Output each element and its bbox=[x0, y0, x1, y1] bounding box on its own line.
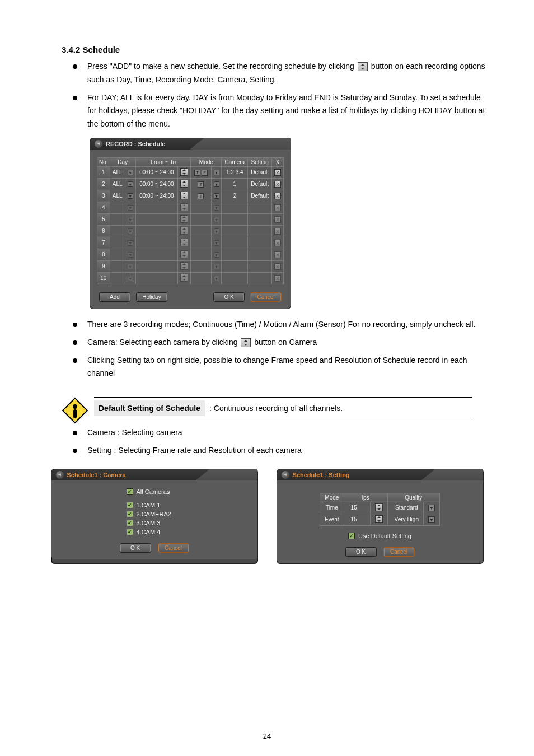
camera-panel: ◄ Schedule1 : Camera ✔ All Cameras ✔1.CA… bbox=[51, 469, 258, 564]
svg-rect-2 bbox=[73, 409, 77, 418]
table-row: 1 ALL ▼ 00:00 ~ 24:00 TE ▼ 1.2.3.4 Defau… bbox=[97, 166, 284, 178]
back-icon[interactable]: ◄ bbox=[56, 471, 64, 479]
cell-mode[interactable]: T bbox=[191, 190, 211, 202]
ips-spin[interactable] bbox=[370, 514, 387, 525]
row-delete[interactable]: X bbox=[271, 190, 283, 202]
day-dropdown[interactable]: ▼ bbox=[125, 166, 135, 178]
row-no: 1 bbox=[97, 166, 110, 178]
table-row: 2 ALL ▼ 00:00 ~ 24:00 T ▼ 1 Default X bbox=[97, 178, 284, 190]
use-default-checkbox[interactable]: ✔ Use Default Setting bbox=[348, 533, 411, 539]
setting-title: Schedule1 : Setting bbox=[293, 472, 350, 478]
cancel-button[interactable]: Cancel bbox=[383, 547, 415, 557]
setting-titlebar: ◄ Schedule1 : Setting bbox=[277, 469, 483, 480]
cell-quality[interactable]: Very High bbox=[387, 514, 423, 525]
table-row: 10▼▼X bbox=[97, 272, 284, 284]
camera-label: 4.CAM 4 bbox=[137, 529, 161, 535]
cell-day[interactable]: ALL bbox=[110, 166, 125, 178]
cancel-button[interactable]: Cancel bbox=[250, 292, 282, 302]
cancel-button[interactable]: Cancel bbox=[158, 543, 189, 553]
cell-fromto[interactable]: 00:00 ~ 24:00 bbox=[135, 166, 177, 178]
camera-label: 1.CAM 1 bbox=[137, 502, 161, 508]
all-cameras-checkbox[interactable]: ✔ All Cameras bbox=[127, 488, 170, 495]
col-day: Day bbox=[110, 157, 135, 166]
checkbox-icon: ✔ bbox=[127, 511, 133, 517]
cell-setting[interactable]: Default bbox=[248, 190, 272, 202]
after-item-2-before: Camera: Selecting each camera by clickin… bbox=[87, 338, 240, 347]
add-button[interactable]: Add bbox=[99, 292, 130, 302]
cell-fromto[interactable]: 00:00 ~ 24:00 bbox=[135, 190, 177, 202]
mode-dropdown[interactable]: ▼ bbox=[211, 166, 222, 178]
camera-checkbox[interactable]: ✔3.CAM 3 bbox=[127, 520, 161, 526]
checkbox-icon: ✔ bbox=[127, 502, 133, 508]
row-no: 3 bbox=[97, 190, 110, 202]
after-list: There are 3 recording modes; Continuous … bbox=[73, 318, 489, 380]
row-delete[interactable]: X bbox=[271, 178, 283, 190]
fromto-spin[interactable] bbox=[178, 166, 191, 178]
col-ips: ips bbox=[344, 493, 387, 502]
checkbox-icon: ✔ bbox=[127, 529, 133, 535]
cell-setting[interactable]: Default bbox=[248, 166, 272, 178]
setting-table: Mode ips Quality Time 15 Standard ▼ Even… bbox=[320, 493, 440, 526]
camera-label: 2.CAMERA2 bbox=[137, 511, 171, 517]
note-block: Default Setting of Schedule : Continuous… bbox=[62, 397, 472, 424]
note-items: Camera : Selecting camera Setting : Sele… bbox=[73, 426, 489, 458]
col-mode: Mode bbox=[320, 493, 344, 502]
cell-mode: Event bbox=[320, 514, 344, 525]
checkbox-icon: ✔ bbox=[127, 488, 133, 495]
day-dropdown[interactable]: ▼ bbox=[125, 178, 135, 190]
table-row: 9▼▼X bbox=[97, 260, 284, 272]
warning-icon bbox=[62, 397, 88, 424]
mode-dropdown[interactable]: ▼ bbox=[211, 178, 222, 190]
cell-ips[interactable]: 15 bbox=[344, 514, 370, 525]
cell-mode[interactable]: TE bbox=[191, 166, 211, 178]
cell-mode[interactable]: T bbox=[191, 178, 211, 190]
schedule-title: RECORD : Schedule bbox=[106, 141, 165, 147]
col-setting: Setting bbox=[248, 157, 272, 166]
intro-item-2: For DAY; ALL is for every day. DAY is fr… bbox=[73, 91, 489, 131]
col-x: X bbox=[271, 157, 283, 166]
cell-ips[interactable]: 15 bbox=[344, 502, 370, 514]
cell-fromto[interactable]: 00:00 ~ 24:00 bbox=[135, 178, 177, 190]
note-body: : Continuous recording of all channels. bbox=[207, 400, 343, 413]
cell-camera[interactable]: 1 bbox=[222, 178, 248, 190]
table-row: 5▼▼X bbox=[97, 213, 284, 225]
quality-dropdown[interactable]: ▼ bbox=[423, 502, 439, 514]
col-camera: Camera bbox=[222, 157, 248, 166]
schedule-table: No. Day From ~ To Mode Camera Setting X … bbox=[97, 157, 284, 284]
col-mode: Mode bbox=[191, 157, 222, 166]
ok-button[interactable]: O K bbox=[345, 547, 377, 557]
cell-setting[interactable]: Default bbox=[248, 178, 272, 190]
all-cameras-label: All Cameras bbox=[137, 488, 170, 495]
back-icon[interactable]: ◄ bbox=[282, 471, 289, 479]
camera-checkbox[interactable]: ✔1.CAM 1 bbox=[127, 502, 161, 508]
row-delete[interactable]: X bbox=[271, 166, 283, 178]
ips-spin[interactable] bbox=[370, 502, 387, 514]
cell-camera[interactable]: 2 bbox=[222, 190, 248, 202]
back-icon[interactable]: ◄ bbox=[95, 140, 102, 148]
setting-panel: ◄ Schedule1 : Setting Mode ips Quality T… bbox=[277, 469, 484, 564]
quality-dropdown[interactable]: ▼ bbox=[423, 514, 439, 525]
row-no: 7 bbox=[97, 237, 110, 249]
schedule-panel: ◄ RECORD : Schedule No. Day From ~ To Mo… bbox=[90, 138, 291, 309]
camera-checkbox[interactable]: ✔4.CAM 4 bbox=[127, 529, 161, 535]
mode-dropdown[interactable]: ▼ bbox=[211, 190, 222, 202]
camera-checkbox[interactable]: ✔2.CAMERA2 bbox=[127, 511, 171, 517]
note-item-2: Setting : Selecting Frame rate and Resol… bbox=[73, 444, 489, 458]
use-default-label: Use Default Setting bbox=[358, 533, 411, 539]
holiday-button[interactable]: Holiday bbox=[136, 292, 167, 302]
cell-quality[interactable]: Standard bbox=[387, 502, 423, 514]
row-no: 6 bbox=[97, 225, 110, 237]
after-item-2: Camera: Selecting each camera by clickin… bbox=[73, 336, 489, 349]
checkbox-icon: ✔ bbox=[348, 533, 355, 539]
ok-button[interactable]: O K bbox=[120, 543, 151, 553]
fromto-spin[interactable] bbox=[178, 190, 191, 202]
checkbox-icon: ✔ bbox=[127, 520, 133, 526]
note-item-1: Camera : Selecting camera bbox=[73, 426, 489, 440]
cell-day[interactable]: ALL bbox=[110, 178, 125, 190]
ok-button[interactable]: O K bbox=[213, 292, 245, 302]
fromto-spin[interactable] bbox=[178, 178, 191, 190]
cell-day[interactable]: ALL bbox=[110, 190, 125, 202]
cell-camera[interactable]: 1.2.3.4 bbox=[222, 166, 248, 178]
table-row: 7▼▼X bbox=[97, 237, 284, 249]
day-dropdown[interactable]: ▼ bbox=[125, 190, 135, 202]
